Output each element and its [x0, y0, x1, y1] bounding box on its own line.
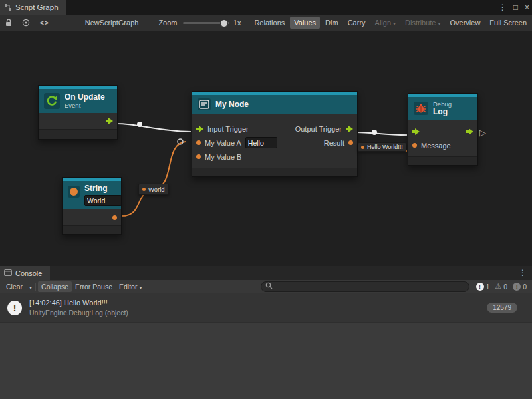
error-count-badge[interactable]: ! 0: [513, 283, 527, 291]
node-subtitle: Event: [65, 102, 105, 109]
lock-icon[interactable]: [0, 15, 17, 31]
value-dot-icon: [142, 188, 146, 191]
console-panel: Console ⋮ Clear ▾ Collapse Error Pause E…: [0, 266, 532, 399]
node-my-node[interactable]: My Node Input Trigger Output Trigger My …: [192, 91, 358, 177]
tab-console-label: Console: [15, 269, 42, 277]
string-output-port[interactable]: [112, 215, 117, 220]
graph-toolbar: <> NewScriptGraph Zoom 1x Relations Valu…: [0, 15, 532, 31]
wire-mynode-to-debuglog[interactable]: [356, 132, 407, 135]
script-graph-icon: [4, 3, 12, 11]
console-search-input[interactable]: [275, 282, 465, 291]
wire-value-chip-hello-world: Hello World!!!: [358, 142, 406, 152]
input-trigger-port[interactable]: [196, 126, 203, 132]
node-on-update[interactable]: On Update Event: [38, 85, 118, 140]
relations-button[interactable]: Relations: [250, 17, 289, 29]
node-header: My Node: [192, 95, 357, 114]
port-label: My Value B: [205, 153, 241, 161]
zoom-value: 1x: [233, 19, 241, 27]
result-output-port[interactable]: [348, 140, 353, 145]
output-trigger-port[interactable]: [346, 126, 353, 132]
align-button[interactable]: Align▾: [371, 17, 400, 29]
overview-button[interactable]: Overview: [446, 17, 485, 29]
values-button[interactable]: Values: [290, 17, 320, 29]
trigger-output-port[interactable]: [106, 118, 113, 124]
dim-button[interactable]: Dim: [321, 17, 342, 29]
console-menu-icon[interactable]: ⋮: [519, 268, 527, 277]
node-title: Log: [433, 108, 452, 116]
collapse-toggle-label: Collapse: [41, 283, 68, 291]
wire-string-to-mynode[interactable]: [122, 142, 186, 216]
fullscreen-button[interactable]: Full Screen: [485, 17, 531, 29]
clear-button[interactable]: Clear: [3, 281, 26, 292]
search-icon: [265, 282, 273, 291]
distribute-button[interactable]: Distribute▾: [401, 17, 444, 29]
info-count-badge[interactable]: ! 1: [476, 283, 490, 291]
node-header: String: [63, 181, 121, 209]
my-value-b-port[interactable]: [196, 154, 201, 159]
string-value-input[interactable]: [84, 195, 122, 206]
collapse-toggle[interactable]: Collapse: [38, 281, 72, 292]
unity-editor-window: Script Graph ⋮ □ × <> NewScriptGraph Zoo…: [0, 0, 532, 399]
graph-name-label: NewScriptGraph: [85, 19, 139, 27]
log-info-icon: !: [7, 301, 22, 315]
wire-value-label: World: [148, 186, 165, 193]
my-node-icon: [198, 98, 211, 110]
port-label: My Value A: [205, 139, 241, 147]
zoom-slider-handle[interactable]: [220, 19, 228, 27]
string-literal-icon: [68, 186, 80, 198]
graph-canvas[interactable]: On Update Event String: [0, 31, 532, 266]
my-value-a-port[interactable]: [196, 140, 201, 145]
port-label: Result: [324, 139, 344, 147]
debug-input-trigger-port[interactable]: [412, 128, 420, 135]
console-detail-pane[interactable]: [0, 322, 532, 399]
editor-dropdown[interactable]: Editor▾: [116, 281, 145, 292]
inspect-icon[interactable]: [17, 15, 35, 31]
error-pause-toggle[interactable]: Error Pause: [72, 281, 116, 292]
log-entry-row[interactable]: ! [14:02:46] Hello World!!! UnityEngine.…: [0, 293, 532, 322]
log-stacktrace: UnityEngine.Debug:Log (object): [29, 308, 487, 317]
code-view-icon[interactable]: <>: [35, 19, 55, 27]
node-string[interactable]: String: [62, 177, 122, 235]
editor-dropdown-label: Editor: [119, 283, 137, 291]
chevron-down-icon: ▾: [438, 21, 441, 27]
console-log-list: ! [14:02:46] Hello World!!! UnityEngine.…: [0, 293, 532, 322]
graph-output-marker-icon: ▷: [479, 128, 486, 138]
port-label: Message: [421, 142, 451, 150]
graph-window-tabbar: Script Graph ⋮ □ ×: [0, 0, 532, 15]
console-toolbar: Clear ▾ Collapse Error Pause Editor▾ ! 1…: [0, 280, 532, 293]
graph-toolbar-buttons: Relations Values Dim Carry Align▾ Distri…: [250, 17, 532, 29]
console-search[interactable]: [261, 281, 469, 292]
console-icon: [4, 269, 12, 277]
maximize-icon[interactable]: □: [513, 3, 518, 12]
align-button-label: Align: [375, 19, 391, 27]
node-title: My Node: [215, 100, 249, 109]
zoom-slider[interactable]: [183, 22, 229, 24]
node-debug-log[interactable]: Debug Log Message: [408, 93, 478, 166]
chevron-down-icon: ▾: [139, 285, 142, 291]
close-icon[interactable]: ×: [525, 3, 529, 12]
tab-script-graph[interactable]: Script Graph: [0, 0, 66, 15]
clear-button-label: Clear: [6, 283, 23, 291]
tab-console[interactable]: Console: [0, 266, 50, 280]
message-port[interactable]: [412, 143, 417, 148]
distribute-button-label: Distribute: [405, 19, 436, 27]
error-count: 0: [523, 283, 527, 291]
panel-menu-icon[interactable]: ⋮: [499, 3, 507, 12]
carry-button[interactable]: Carry: [344, 17, 370, 29]
value-dot-icon: [361, 146, 364, 149]
node-title: String: [84, 184, 122, 193]
warning-count-badge[interactable]: ⚠ 0: [495, 283, 507, 291]
bug-icon: [414, 102, 428, 115]
window-controls: ⋮ □ ×: [499, 0, 529, 15]
node-footer: [63, 225, 121, 234]
my-value-a-input[interactable]: [245, 137, 277, 148]
node-header: On Update Event: [39, 89, 117, 113]
clear-dropdown[interactable]: ▾: [26, 281, 33, 292]
debug-output-trigger-port[interactable]: [466, 128, 473, 135]
log-message: [14:02:46] Hello World!!!: [29, 298, 487, 308]
chevron-down-icon: ▾: [29, 285, 32, 291]
zoom-label: Zoom: [158, 19, 177, 27]
node-footer: [39, 129, 117, 139]
wire-onupdate-to-mynode[interactable]: [117, 124, 191, 132]
wire-value-label: Hello World!!!: [367, 144, 403, 150]
